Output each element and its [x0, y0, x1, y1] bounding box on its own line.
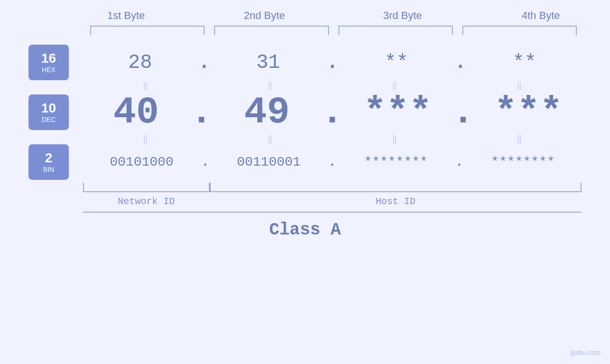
full-bottom-bracket: [83, 212, 582, 213]
vsep-1-1: ‖: [83, 80, 208, 91]
class-label: Class A: [269, 220, 341, 240]
byte2-header: 2nd Byte: [195, 9, 333, 26]
bracket-2: [214, 26, 328, 35]
hex-dot-3: .: [453, 51, 467, 74]
vert-sep-2: ‖ ‖ ‖ ‖: [83, 134, 582, 144]
bin-byte1: 00101000: [83, 155, 200, 169]
vert-sep-1: ‖ ‖ ‖ ‖: [83, 80, 582, 91]
class-row: Class A: [28, 220, 582, 240]
byte3-header: 3rd Byte: [334, 9, 472, 26]
host-id-bracket: [210, 183, 582, 192]
dec-byte1: 40: [83, 91, 189, 134]
bin-val-4: ********: [491, 155, 554, 169]
bracket-4: [462, 26, 577, 35]
dec-val-4: ***: [494, 91, 563, 134]
host-id-label: Host ID: [375, 196, 415, 207]
vsep-2-1: ‖: [83, 134, 208, 144]
hex-byte3: **: [339, 51, 454, 74]
bin-val-2: 00110001: [237, 155, 300, 169]
bin-dot-2: .: [328, 155, 338, 169]
hex-dot-1: .: [197, 51, 211, 74]
hex-bytes: 28 . 31 . ** . **: [83, 51, 582, 74]
hex-val-3: **: [385, 51, 408, 74]
main-container: 1st Byte 2nd Byte 3rd Byte 4th Byte 16 H…: [0, 0, 610, 364]
dec-val-3: ***: [364, 91, 432, 134]
hex-row: 16 HEX 28 . 31 . ** . **: [28, 45, 582, 80]
dec-dot-2: .: [320, 91, 345, 134]
dec-val-1: 40: [113, 91, 159, 134]
bin-byte3: ********: [337, 155, 454, 169]
bin-dot-3: .: [454, 155, 464, 169]
dec-row: 10 DEC 40 . 49 . *** . ***: [28, 91, 582, 134]
hex-badge: 16 HEX: [28, 45, 69, 80]
bin-badge-label: BIN: [43, 166, 54, 173]
hex-val-4: **: [513, 51, 536, 74]
bin-val-3: ********: [364, 155, 428, 169]
vsep-1-4: ‖: [457, 80, 582, 91]
network-id-label: Network ID: [118, 196, 175, 207]
bracket-1: [90, 26, 205, 35]
dec-bytes: 40 . 49 . *** . ***: [83, 91, 582, 134]
dec-badge-number: 10: [41, 101, 56, 116]
bin-byte4: ********: [464, 155, 582, 169]
hex-val-1: 28: [128, 51, 152, 74]
top-brackets: [85, 26, 582, 35]
hex-dot-2: .: [325, 51, 339, 74]
bottom-labels: Network ID Host ID: [83, 183, 582, 207]
byte-headers: 1st Byte 2nd Byte 3rd Byte 4th Byte: [57, 9, 610, 26]
byte4-header: 4th Byte: [472, 9, 610, 26]
vsep-1-2: ‖: [208, 80, 333, 91]
hex-val-2: 31: [256, 51, 280, 74]
dec-dot-1: .: [189, 91, 214, 134]
bin-val-1: 00101000: [110, 155, 173, 169]
host-id-section: Host ID: [210, 183, 582, 207]
hex-badge-number: 16: [41, 51, 56, 66]
dec-badge: 10 DEC: [28, 94, 69, 130]
bracket-3: [338, 26, 453, 35]
bin-dot-1: .: [200, 155, 210, 169]
dec-val-2: 49: [244, 91, 290, 134]
dec-badge-label: DEC: [42, 116, 56, 123]
network-id-section: Network ID: [83, 183, 210, 207]
bin-badge-number: 2: [45, 151, 53, 166]
watermark: ipshu.com: [570, 349, 601, 356]
byte1-header: 1st Byte: [57, 9, 195, 26]
bin-row: 2 BIN 00101000 . 00110001 . ******** . *…: [28, 144, 582, 180]
dec-byte2: 49: [214, 91, 320, 134]
vsep-2-2: ‖: [208, 134, 333, 144]
bin-bytes: 00101000 . 00110001 . ******** . *******…: [83, 155, 582, 169]
vsep-1-3: ‖: [332, 80, 457, 91]
dec-byte4: ***: [476, 91, 582, 134]
network-id-bracket: [83, 183, 210, 192]
bin-badge: 2 BIN: [28, 144, 69, 180]
dec-byte3: ***: [345, 91, 450, 134]
hex-byte2: 31: [211, 51, 326, 74]
bin-byte2: 00110001: [210, 155, 328, 169]
vsep-2-3: ‖: [332, 134, 457, 144]
hex-badge-label: HEX: [42, 66, 56, 74]
vsep-2-4: ‖: [457, 134, 582, 144]
hex-byte4: **: [467, 51, 582, 74]
hex-byte1: 28: [83, 51, 197, 74]
dec-dot-3: .: [450, 91, 475, 134]
